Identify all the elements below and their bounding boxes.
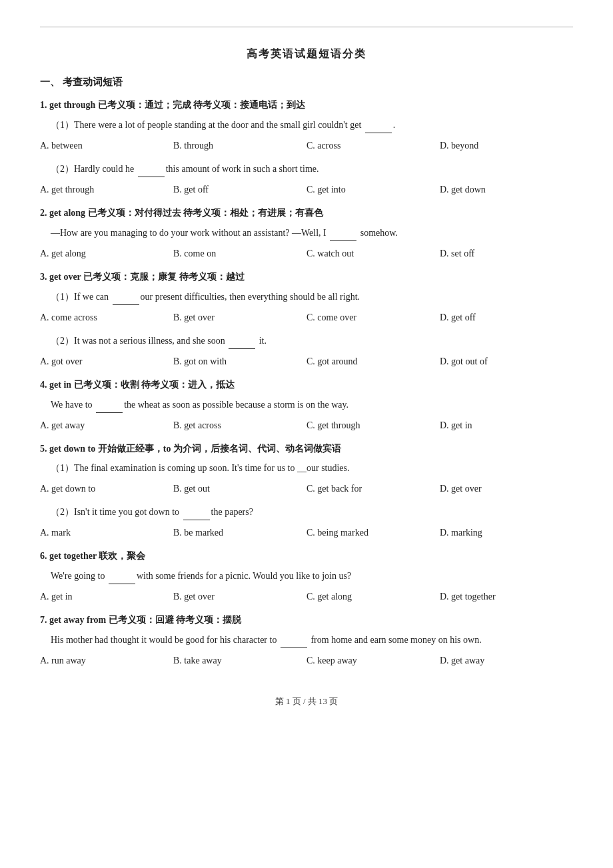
option-1-2-2: B. get off [173,181,306,198]
options-7-1: A. run awayB. take awayC. keep awayD. ge… [40,652,573,669]
question-5-2: （2）Isn't it time you got down to the pap… [51,504,573,520]
item-block-5: 5. get down to 开始做正经事，to 为介词，后接名词、代词、动名词… [40,443,573,541]
question-4-1: We have to the wheat as soon as possible… [51,396,573,413]
option-6-1-3: C. get along [306,588,440,605]
question-7-1: His mother had thought it would be good … [51,632,573,648]
option-4-1-3: C. get through [306,417,440,434]
option-3-1-4: D. get off [440,309,573,326]
item-block-1: 1. get through 已考义项：通过；完成 待考义项：接通电话；到达（1… [40,99,573,198]
options-1-2: A. get throughB. get offC. get intoD. ge… [40,181,573,198]
options-5-2: A. markB. be markedC. being markedD. mar… [40,524,573,541]
item-title-5: 5. get down to 开始做正经事，to 为介词，后接名词、代词、动名词… [40,443,573,455]
option-7-1-3: C. keep away [306,652,440,669]
option-2-1-1: A. get along [40,245,173,262]
option-4-1-1: A. get away [40,417,173,434]
option-2-1-3: C. watch out [306,245,440,262]
option-7-1-1: A. run away [40,652,173,669]
option-1-1-1: A. between [40,137,173,154]
item-title-7: 7. get away from 已考义项：回避 待考义项：摆脱 [40,614,573,626]
option-5-2-1: A. mark [40,524,173,541]
option-1-2-1: A. get through [40,181,173,198]
option-1-1-4: D. beyond [440,137,573,154]
item-title-2: 2. get along 已考义项：对付得过去 待考义项：相处；有进展；有喜色 [40,207,573,219]
option-3-1-1: A. come across [40,309,173,326]
option-5-2-3: C. being marked [306,524,440,541]
item-title-6: 6. get together 联欢，聚会 [40,550,573,562]
page-title: 高考英语试题短语分类 [40,47,573,61]
option-6-1-2: B. get over [173,588,306,605]
question-2-1: —How are you managing to do your work wi… [51,224,573,241]
item-title-4: 4. get in 已考义项：收割 待考义项：进入，抵达 [40,379,573,391]
options-4-1: A. get awayB. get acrossC. get throughD.… [40,417,573,434]
question-6-1: We're going to with some friends for a p… [51,568,573,584]
option-5-1-3: C. get back for [306,480,440,497]
option-1-1-2: B. through [173,137,306,154]
question-5-1: （1）The final examination is coming up so… [51,460,573,476]
item-title-3: 3. get over 已考义项：克服；康复 待考义项：越过 [40,271,573,283]
item-title-1: 1. get through 已考义项：通过；完成 待考义项：接通电话；到达 [40,99,573,111]
item-block-6: 6. get together 联欢，聚会We're going to with… [40,550,573,605]
option-7-1-2: B. take away [173,652,306,669]
question-1-1: （1）There were a lot of people standing a… [51,117,573,133]
option-5-2-2: B. be marked [173,524,306,541]
option-7-1-4: D. get away [440,652,573,669]
option-1-1-3: C. across [306,137,440,154]
items-container: 1. get through 已考义项：通过；完成 待考义项：接通电话；到达（1… [40,99,573,669]
option-3-2-2: B. got on with [173,353,306,370]
options-3-2: A. got overB. got on withC. got aroundD.… [40,353,573,370]
option-3-1-2: B. get over [173,309,306,326]
question-3-1: （1）If we can our present difficulties, t… [51,288,573,305]
question-3-2: （2）It was not a serious illness, and she… [51,332,573,349]
option-3-1-3: C. come over [306,309,440,326]
options-1-1: A. betweenB. throughC. acrossD. beyond [40,137,573,154]
options-3-1: A. come acrossB. get overC. come overD. … [40,309,573,326]
options-5-1: A. get down toB. get outC. get back forD… [40,480,573,497]
option-6-1-4: D. get together [440,588,573,605]
option-1-2-3: C. get into [306,181,440,198]
section-title: 一、 考查动词短语 [40,76,573,89]
option-2-1-2: B. come on [173,245,306,262]
top-divider [40,27,573,27]
option-5-1-2: B. get out [173,480,306,497]
option-4-1-2: B. get across [173,417,306,434]
item-block-3: 3. get over 已考义项：克服；康复 待考义项：越过（1）If we c… [40,271,573,370]
question-1-2: （2）Hardly could he this amount of work i… [51,161,573,177]
option-4-1-4: D. get in [440,417,573,434]
option-1-2-4: D. get down [440,181,573,198]
option-3-2-3: C. got around [306,353,440,370]
option-5-1-1: A. get down to [40,480,173,497]
option-3-2-4: D. got out of [440,353,573,370]
item-block-4: 4. get in 已考义项：收割 待考义项：进入，抵达We have to t… [40,379,573,434]
options-2-1: A. get alongB. come onC. watch outD. set… [40,245,573,262]
option-3-2-1: A. got over [40,353,173,370]
option-5-2-4: D. marking [440,524,573,541]
option-6-1-1: A. get in [40,588,173,605]
page-footer: 第 1 页 / 共 13 页 [40,695,573,707]
item-block-7: 7. get away from 已考义项：回避 待考义项：摆脱His moth… [40,614,573,669]
options-6-1: A. get inB. get overC. get alongD. get t… [40,588,573,605]
item-block-2: 2. get along 已考义项：对付得过去 待考义项：相处；有进展；有喜色—… [40,207,573,262]
option-5-1-4: D. get over [440,480,573,497]
option-2-1-4: D. set off [440,245,573,262]
